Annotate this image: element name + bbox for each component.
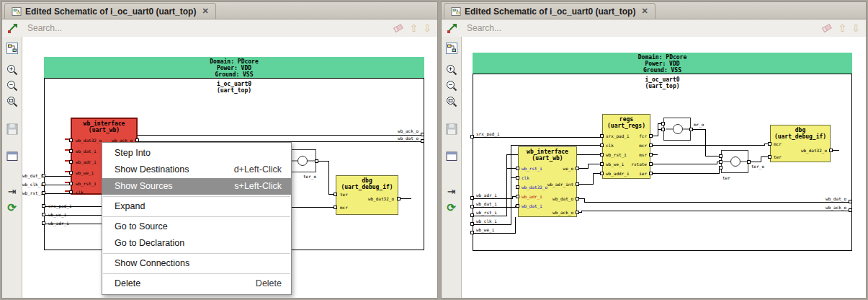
window-icon[interactable] bbox=[4, 149, 20, 164]
port-square[interactable] bbox=[649, 172, 653, 175]
block-regs[interactable]: regs(uart_regs) srx_pad_i clk wb_rst_i w… bbox=[602, 114, 650, 179]
port-square[interactable] bbox=[516, 176, 519, 180]
pin-square[interactable] bbox=[849, 200, 852, 203]
pin-square[interactable] bbox=[42, 204, 45, 208]
pin-square[interactable] bbox=[849, 208, 852, 212]
reload-icon[interactable]: ⟳ bbox=[4, 199, 20, 215]
gate-symbol[interactable] bbox=[721, 150, 748, 173]
zoom-out-icon[interactable] bbox=[4, 78, 20, 94]
block-wb-interface[interactable]: wb_interface(uart_wb) wb_rst_i clk wb_da… bbox=[518, 146, 577, 217]
search-previous-icon[interactable]: ⇧ bbox=[838, 23, 847, 33]
search-input[interactable] bbox=[26, 22, 388, 34]
port-square[interactable] bbox=[768, 155, 771, 159]
schematic-view-icon[interactable] bbox=[4, 40, 20, 56]
port-square[interactable] bbox=[576, 211, 579, 214]
zoom-out-icon[interactable] bbox=[444, 78, 460, 94]
port-square[interactable] bbox=[600, 153, 604, 156]
port-square[interactable] bbox=[661, 128, 665, 131]
port-square[interactable] bbox=[69, 149, 73, 153]
tab-title: Edited Schematic of i_oc_uart0 (uart_top… bbox=[465, 6, 635, 17]
port-square[interactable] bbox=[69, 138, 73, 142]
port-square[interactable] bbox=[516, 185, 519, 189]
port-square[interactable] bbox=[397, 197, 401, 200]
save-icon[interactable] bbox=[4, 121, 20, 137]
port-square[interactable] bbox=[69, 182, 73, 185]
pin-square[interactable] bbox=[421, 139, 424, 143]
tab-close-icon[interactable]: ✕ bbox=[641, 6, 648, 16]
search-next-icon[interactable]: ⇩ bbox=[423, 23, 431, 33]
port-square[interactable] bbox=[649, 134, 653, 138]
port-square[interactable] bbox=[576, 197, 579, 200]
signal-trace-icon[interactable] bbox=[4, 20, 22, 36]
menu-item-go-to-declaration[interactable]: Go to Declaration bbox=[102, 235, 291, 252]
menu-item-show-destinations[interactable]: Show Destinationsd+Left-Click bbox=[102, 162, 291, 178]
gate-symbol[interactable] bbox=[663, 118, 691, 141]
port-square[interactable] bbox=[600, 162, 604, 166]
tab-close-icon[interactable]: ✕ bbox=[202, 6, 208, 16]
port-square[interactable] bbox=[649, 153, 653, 156]
menu-item-go-to-source[interactable]: Go to Source bbox=[102, 219, 291, 235]
schematic-view-icon[interactable] bbox=[444, 40, 460, 56]
port-square[interactable] bbox=[600, 172, 604, 175]
trace-driver-icon[interactable]: ⇥ bbox=[4, 183, 20, 199]
gate-symbol[interactable] bbox=[287, 149, 316, 172]
port-square[interactable] bbox=[689, 128, 693, 131]
menu-item-expand[interactable]: Expand bbox=[102, 198, 291, 215]
port-square[interactable] bbox=[600, 144, 604, 147]
port-square[interactable] bbox=[69, 190, 73, 194]
tab-edited-schematic-right[interactable]: Edited Schematic of i_oc_uart0 (uart_top… bbox=[444, 3, 656, 19]
menu-item-step-into[interactable]: Step Into bbox=[102, 145, 291, 162]
reload-icon[interactable]: ⟳ bbox=[444, 199, 460, 215]
pin-square[interactable] bbox=[421, 133, 424, 136]
schematic-canvas-right[interactable]: Domain: PDcore Power: VDD Ground: VSS i_… bbox=[462, 37, 866, 298]
menu-item-show-sources[interactable]: Show Sourcess+Left-Click bbox=[102, 178, 291, 195]
menu-item-show-connections[interactable]: Show Connections bbox=[102, 255, 291, 272]
tab-edited-schematic-left[interactable]: Edited Schematic of i_oc_uart0 (uart_top… bbox=[4, 3, 216, 19]
port-square[interactable] bbox=[719, 154, 722, 158]
eraser-icon[interactable] bbox=[392, 22, 405, 35]
search-next-icon[interactable]: ⇩ bbox=[851, 23, 860, 33]
port-square[interactable] bbox=[649, 162, 653, 166]
signal-trace-icon[interactable] bbox=[444, 20, 461, 36]
pin-square[interactable] bbox=[470, 135, 474, 138]
port-square[interactable] bbox=[829, 149, 833, 152]
port-square[interactable] bbox=[516, 204, 519, 208]
port-square[interactable] bbox=[516, 195, 519, 198]
block-dbg[interactable]: dbg(uart_debug_if) ter mcr wb_dat32_o bbox=[336, 175, 398, 215]
zoom-fit-icon[interactable] bbox=[444, 94, 460, 110]
port-square[interactable] bbox=[661, 122, 665, 125]
port-square[interactable] bbox=[334, 206, 337, 209]
zoom-in-icon[interactable] bbox=[444, 62, 460, 78]
search-input[interactable] bbox=[465, 22, 816, 34]
port-square[interactable] bbox=[719, 160, 722, 164]
pin-square[interactable] bbox=[470, 231, 474, 234]
search-previous-icon[interactable]: ⇧ bbox=[410, 23, 419, 33]
port-square[interactable] bbox=[334, 193, 337, 196]
menu-item-delete[interactable]: DeleteDelete bbox=[102, 275, 291, 292]
pin-square[interactable] bbox=[470, 196, 474, 200]
zoom-fit-icon[interactable] bbox=[4, 94, 20, 110]
pin-square[interactable] bbox=[42, 221, 45, 225]
pin-square[interactable] bbox=[470, 205, 474, 208]
zoom-in-icon[interactable] bbox=[4, 62, 20, 78]
port-square[interactable] bbox=[649, 144, 653, 147]
port-square[interactable] bbox=[315, 159, 318, 163]
window-icon[interactable] bbox=[444, 149, 460, 164]
save-icon[interactable] bbox=[444, 121, 460, 137]
pin-square[interactable] bbox=[42, 213, 45, 216]
port-square[interactable] bbox=[69, 171, 73, 175]
port-square[interactable] bbox=[719, 166, 722, 169]
pin-square[interactable] bbox=[470, 222, 474, 226]
port-square[interactable] bbox=[69, 160, 73, 164]
eraser-icon[interactable] bbox=[820, 22, 833, 35]
pin-square[interactable] bbox=[470, 213, 474, 217]
block-dbg[interactable]: dbg(uart_debug_if) mcr ter wb_dat32_o bbox=[770, 125, 831, 162]
trace-driver-icon[interactable]: ⇥ bbox=[444, 183, 460, 199]
port-square[interactable] bbox=[576, 182, 579, 186]
port-square[interactable] bbox=[768, 142, 771, 146]
port-square[interactable] bbox=[600, 134, 604, 138]
port-square[interactable] bbox=[747, 160, 751, 164]
port-square[interactable] bbox=[576, 167, 579, 170]
port-square[interactable] bbox=[516, 167, 519, 170]
schematic-canvas-left[interactable]: Domain: PDcore Power: VDD Ground: VSS i_… bbox=[22, 37, 437, 298]
